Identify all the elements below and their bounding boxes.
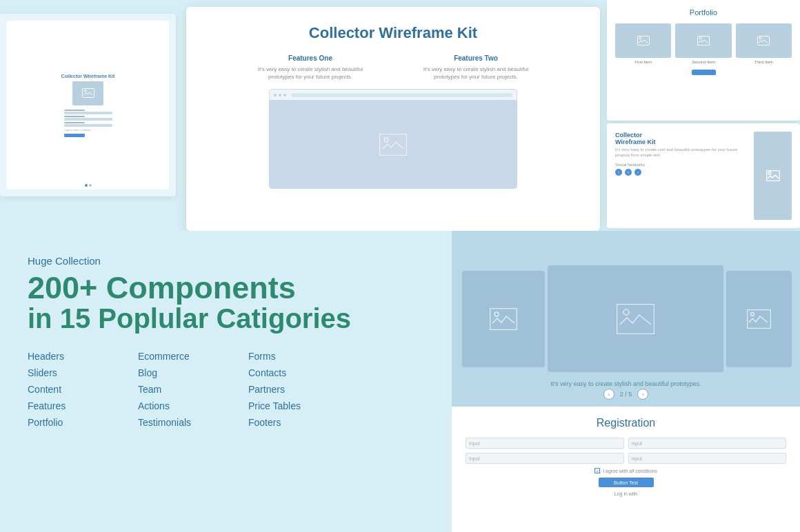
left-preview-card: Collector Wireframe Kit I agree with con…	[0, 14, 176, 196]
category-team: Team	[138, 384, 248, 395]
portfolio-img-3	[736, 23, 792, 58]
feature-col-1: Features One It's very easy to create st…	[248, 54, 372, 81]
svg-point-3	[384, 138, 388, 142]
lp-dot-1	[85, 184, 88, 187]
reg-link[interactable]: Log in with	[466, 491, 786, 496]
slider-page-num: 2 / 5	[620, 391, 632, 398]
feature1-title: Features One	[248, 54, 372, 62]
collector-info: Collector Wireframe Kit It's very easy t…	[615, 132, 748, 220]
components-count: 200+ Components	[28, 272, 424, 303]
collector-desc: It's very easy to create cool and beauti…	[615, 147, 748, 158]
reg-checkbox-label: I agree with all conditions	[603, 469, 657, 473]
center-card-title: Collector Wireframe Kit	[207, 24, 579, 42]
categories-grid: Headers Ecommerce Forms Sliders Blog Con…	[28, 351, 424, 428]
feature-col-2: Features Two It's very easy to create st…	[414, 54, 538, 81]
svg-point-1	[84, 90, 86, 92]
top-section: Collector Wireframe Kit I agree with con…	[0, 0, 800, 231]
social-label: Social Networks	[615, 163, 748, 167]
portfolio-label-2: Second Item	[692, 60, 715, 64]
slider-area: It's very easy to create stylish and bea…	[452, 231, 800, 407]
registration-area: Registration Input Input Input Input ✓ I…	[452, 407, 800, 532]
svg-point-9	[759, 37, 761, 39]
category-actions: Actions	[138, 400, 248, 411]
reg-form-grid: Input Input Input Input	[466, 438, 786, 464]
center-features: Features One It's very easy to create st…	[207, 54, 579, 81]
reg-input-1[interactable]: Input	[466, 438, 624, 449]
twitter-icon: t	[615, 169, 622, 176]
portfolio-items: First Item Second Item Third Item	[615, 23, 792, 64]
category-contacts: Contacts	[248, 367, 359, 378]
portfolio-item-2: Second Item	[675, 23, 731, 64]
browser-url-bar	[291, 93, 512, 97]
collector-side-image	[754, 132, 792, 220]
lp-form-label	[64, 110, 85, 111]
portfolio-title: Portfolio	[615, 8, 792, 17]
collector-name: Collector Wireframe Kit	[615, 132, 748, 145]
lp-image-placeholder	[72, 81, 103, 105]
reg-checkbox[interactable]: ✓	[594, 468, 600, 473]
browser-bar	[270, 90, 517, 101]
collector-panel: Collector Wireframe Kit It's very easy t…	[607, 123, 800, 228]
category-content: Content	[28, 384, 138, 395]
right-imagery: It's very easy to create stylish and bea…	[452, 231, 800, 532]
lp-form-field-1	[64, 112, 112, 114]
svg-rect-16	[748, 309, 771, 328]
reg-input-3[interactable]: Input	[466, 453, 624, 464]
slider-nav: ‹ 2 / 5 ›	[452, 389, 800, 400]
feature2-text: It's very easy to create stylish and bea…	[414, 65, 538, 81]
browser-mockup	[269, 89, 517, 189]
browser-dot-2	[279, 94, 281, 96]
category-forms: Forms	[248, 351, 359, 362]
social-icons: t f i	[615, 169, 748, 176]
portfolio-panel: Portfolio First Item Second Item	[607, 0, 800, 121]
reg-input-4[interactable]: Input	[628, 453, 787, 464]
category-portfolio: Portfolio	[28, 417, 138, 428]
category-features: Features	[28, 400, 138, 411]
right-panels: Portfolio First Item Second Item	[607, 0, 800, 231]
lp-form-label3	[64, 122, 85, 123]
lp-form-field-3	[64, 124, 112, 127]
next-arrow[interactable]: ›	[637, 389, 648, 400]
browser-dot-1	[274, 94, 277, 96]
category-sliders: Sliders	[28, 367, 138, 378]
center-card: Collector Wireframe Kit Features One It'…	[186, 7, 600, 231]
category-blog: Blog	[138, 367, 248, 378]
slide-img-3	[726, 271, 792, 367]
portfolio-img-2	[675, 23, 731, 58]
bottom-section: // This won't work inside SVG, use gener…	[0, 231, 800, 532]
portfolio-item-1: First Item	[615, 23, 671, 64]
category-testimonials: Testimonials	[138, 417, 248, 428]
portfolio-item-3: Third Item	[736, 23, 792, 64]
lp-submit-btn	[64, 134, 85, 137]
svg-point-5	[639, 37, 641, 39]
feature1-text: It's very easy to create stylish and bea…	[248, 65, 372, 81]
slide-img-2	[548, 265, 723, 372]
slider-caption: It's very easy to create stylish and bea…	[452, 380, 800, 387]
category-headers: Headers	[28, 351, 138, 362]
instagram-icon: i	[634, 169, 641, 176]
svg-point-17	[751, 312, 754, 316]
svg-point-11	[768, 172, 771, 174]
category-footers: Footers	[248, 417, 359, 428]
portfolio-all-btn[interactable]	[692, 70, 716, 75]
browser-content	[270, 101, 517, 188]
left-preview-title: Collector Wireframe Kit	[61, 74, 115, 79]
portfolio-img-1	[615, 23, 671, 58]
lp-agree: I agree with conditions	[64, 128, 112, 132]
feature2-title: Features Two	[414, 54, 538, 62]
svg-point-15	[623, 309, 629, 315]
reg-submit-btn[interactable]: Button Text	[599, 478, 654, 487]
svg-rect-0	[82, 89, 94, 98]
reg-input-2[interactable]: Input	[628, 438, 787, 449]
lp-form-label2	[64, 116, 85, 117]
left-text-area: // This won't work inside SVG, use gener…	[0, 231, 452, 532]
registration-title: Registration	[466, 417, 786, 429]
huge-collection-label: Huge Collection	[28, 255, 424, 267]
lp-form-field-2	[64, 118, 112, 121]
category-ecommerce: Ecommerce	[138, 351, 248, 362]
portfolio-label-1: First Item	[634, 60, 652, 64]
in-categories: in 15 Poplular Catigories	[28, 303, 424, 334]
facebook-icon: f	[625, 169, 632, 176]
prev-arrow[interactable]: ‹	[603, 389, 614, 400]
category-partners: Partners	[248, 384, 359, 395]
